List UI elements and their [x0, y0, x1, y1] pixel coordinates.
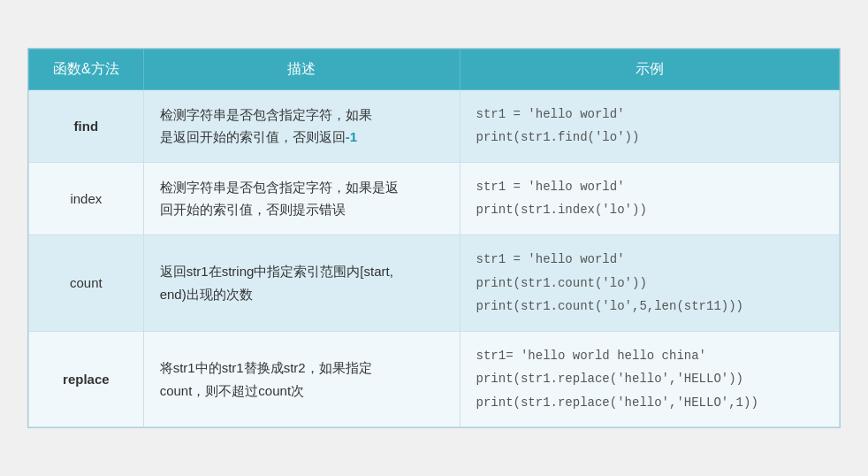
example-cell: str1 = 'hello world'print(str1.count('lo… [460, 234, 839, 331]
desc-cell: 返回str1在string中指定索引范围内[start,end)出现的次数 [143, 234, 460, 331]
desc-cell: 检测字符串是否包含指定字符，如果是返回开始的索引值，否则提示错误 [143, 162, 460, 234]
table-header-row: 函数&方法 描述 示例 [29, 49, 840, 89]
example-cell: str1= 'hello world hello china'print(str… [460, 331, 839, 427]
example-cell: str1 = 'hello world'print(str1.find('lo'… [460, 89, 839, 162]
header-desc: 描述 [143, 49, 460, 89]
func-cell: count [29, 234, 144, 331]
header-example: 示例 [460, 49, 839, 89]
desc-cell: 将str1中的str1替换成str2，如果指定count，则不超过count次 [143, 331, 460, 427]
table-row: find检测字符串是否包含指定字符，如果是返回开始的索引值，否则返回-1str1… [29, 89, 840, 162]
main-table-wrapper: 函数&方法 描述 示例 find检测字符串是否包含指定字符，如果是返回开始的索引… [27, 48, 841, 429]
func-cell: find [29, 89, 144, 162]
func-cell: replace [29, 331, 144, 427]
example-cell: str1 = 'hello world'print(str1.index('lo… [460, 162, 839, 234]
string-methods-table: 函数&方法 描述 示例 find检测字符串是否包含指定字符，如果是返回开始的索引… [28, 49, 840, 428]
table-row: index检测字符串是否包含指定字符，如果是返回开始的索引值，否则提示错误str… [29, 162, 840, 234]
table-body: find检测字符串是否包含指定字符，如果是返回开始的索引值，否则返回-1str1… [29, 89, 840, 427]
table-row: replace将str1中的str1替换成str2，如果指定count，则不超过… [29, 331, 840, 427]
desc-cell: 检测字符串是否包含指定字符，如果是返回开始的索引值，否则返回-1 [143, 89, 460, 162]
table-row: count返回str1在string中指定索引范围内[start,end)出现的… [29, 234, 840, 331]
func-cell: index [29, 162, 144, 234]
header-func: 函数&方法 [29, 49, 144, 89]
